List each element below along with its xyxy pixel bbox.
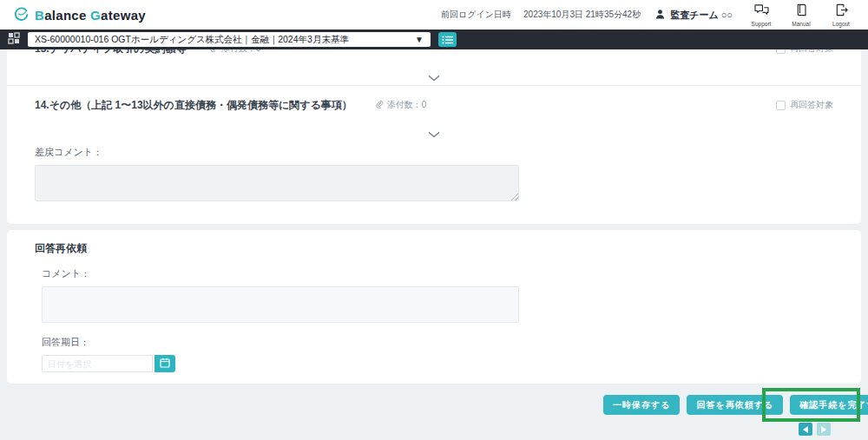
recheck-checkbox[interactable]	[776, 49, 786, 54]
support-label: Support	[752, 21, 772, 27]
last-login-label: 前回ログイン日時	[441, 9, 511, 21]
support-button[interactable]: Support	[746, 3, 776, 27]
chevron-down-icon	[428, 126, 440, 133]
entity-select[interactable]: XS-60000010-016 OGTホールディングス株式会社｜金融｜2024年…	[28, 32, 431, 47]
arrow-left-icon	[803, 426, 808, 433]
user-name: 監査チーム ○○	[670, 9, 733, 22]
rerequest-card: 回答再依頼 コメント： 回答期日：	[7, 230, 861, 384]
paperclip-icon	[209, 49, 218, 54]
rerequest-title: 回答再依頼	[35, 241, 833, 256]
rerequest-comment-textarea[interactable]	[42, 286, 519, 323]
current-user[interactable]: 監査チーム ○○	[654, 9, 733, 22]
rerequest-answer-button[interactable]: 回答を再依頼する	[687, 395, 783, 415]
arrow-right-icon	[821, 426, 826, 433]
brand-name: Balance Gateway	[35, 8, 146, 23]
brand-logo: Balance Gateway	[14, 6, 146, 24]
return-comment-textarea[interactable]	[35, 165, 519, 201]
section-13-title: 13.デリバティブ取引の契約額等	[35, 49, 187, 56]
manual-label: Manual	[792, 21, 810, 27]
footer-actions: 一時保存する 回答を再依頼する 確認手続を完了する	[603, 395, 868, 415]
entity-select-value: XS-60000010-016 OGTホールディングス株式会社｜金融｜2024年…	[35, 34, 349, 46]
due-date-input[interactable]	[42, 355, 153, 372]
manual-icon	[795, 3, 808, 20]
confirmation-items-card: 13.デリバティブ取引の契約額等 添付数：0 再回答対象 14.その他（上記 1…	[7, 49, 861, 224]
paperclip-icon	[375, 100, 384, 110]
section-13-attachments: 添付数：0	[209, 49, 261, 55]
entity-list-button[interactable]	[438, 32, 457, 47]
section-13-row: 13.デリバティブ取引の契約額等 添付数：0 再回答対象	[35, 49, 833, 56]
support-icon	[753, 3, 770, 20]
next-page-button[interactable]	[817, 423, 831, 436]
last-login-value: 2023年10月3日 21時35分42秒	[523, 9, 641, 21]
section-14-attachments: 添付数：0	[375, 99, 427, 111]
apps-grid-icon[interactable]	[8, 32, 20, 48]
save-draft-button[interactable]: 一時保存する	[603, 395, 680, 415]
logout-icon	[834, 3, 849, 20]
chevron-down-icon: ▼	[415, 36, 424, 44]
user-icon	[654, 9, 666, 22]
recheck-checkbox[interactable]	[776, 101, 786, 110]
prev-page-button[interactable]	[799, 423, 812, 436]
entity-navbar: XS-60000010-016 OGTホールディングス株式会社｜金融｜2024年…	[0, 30, 868, 49]
manual-button[interactable]: Manual	[786, 3, 816, 27]
section-14-expand[interactable]	[35, 126, 833, 133]
section-13-expand[interactable]	[35, 69, 833, 76]
section-14-title: 14.その他（上記 1〜13以外の直接債務・偶発債務等に関する事項）	[35, 98, 352, 113]
logout-label: Logout	[832, 21, 850, 27]
pagination	[799, 423, 831, 436]
logout-button[interactable]: Logout	[826, 3, 856, 27]
list-icon	[442, 32, 453, 48]
return-comment-label: 差戻コメント：	[35, 146, 833, 159]
recheck-label: 再回答対象	[790, 49, 833, 55]
section-divider	[7, 85, 861, 86]
due-date-label: 回答期日：	[42, 336, 833, 349]
app-header: Balance Gateway 前回ログイン日時 2023年10月3日 21時3…	[0, 0, 868, 30]
section-14-row: 14.その他（上記 1〜13以外の直接債務・偶発債務等に関する事項） 添付数：0…	[35, 97, 833, 113]
chevron-down-icon	[428, 69, 440, 76]
calendar-button[interactable]	[155, 355, 175, 372]
last-login: 前回ログイン日時 2023年10月3日 21時35分42秒	[441, 9, 641, 21]
recheck-label: 再回答対象	[790, 99, 833, 111]
brand-swoosh-icon	[14, 6, 29, 24]
rerequest-comment-label: コメント：	[42, 267, 833, 280]
calendar-icon	[160, 358, 170, 371]
section-14-recheck: 再回答対象	[776, 99, 833, 111]
section-13-recheck: 再回答対象	[776, 49, 833, 55]
complete-confirmation-button[interactable]: 確認手続を完了する	[790, 395, 868, 415]
